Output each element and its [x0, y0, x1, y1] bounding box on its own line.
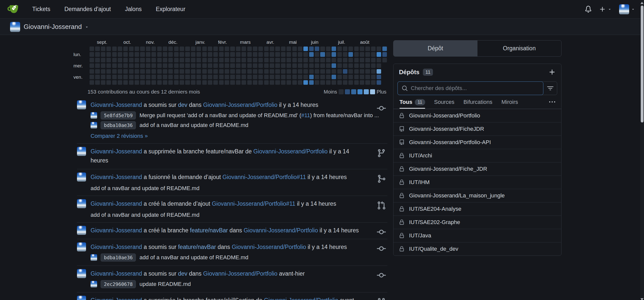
scrollbar-down-arrow[interactable]	[640, 298, 643, 300]
heatmap-cell	[106, 52, 111, 57]
scrollbar-up-arrow[interactable]	[640, 2, 643, 4]
heatmap-cell	[140, 47, 145, 51]
actor-avatar[interactable]	[77, 226, 86, 235]
user-link[interactable]: Giovanni-Josserand	[91, 227, 142, 234]
heatmap-cell	[157, 63, 162, 68]
user-link[interactable]: Giovanni-Josserand	[91, 148, 142, 155]
feed-text: update README.md	[139, 281, 191, 287]
repo-list-item[interactable]: IUT/Java	[393, 229, 561, 242]
repo-list-item[interactable]: Giovanni-Josserand/La_maison_jungle	[393, 189, 561, 202]
repo-list-item[interactable]: IUT/SAE204-Analyse	[393, 202, 561, 216]
heatmap-cell	[118, 63, 122, 68]
compare-revisions-link[interactable]: Comparer 2 révisions »	[91, 133, 148, 139]
repo-filter-button[interactable]	[543, 82, 557, 95]
filter-tab-sources[interactable]: Sources	[434, 96, 455, 109]
heatmap-cell	[95, 80, 100, 85]
commit-hash-link[interactable]: 5e8fd5e7b9	[101, 111, 136, 119]
repo-list-item[interactable]: Giovanni-Josserand/Portfolio	[393, 109, 561, 122]
heatmap-cell	[129, 63, 134, 68]
repo-list-item[interactable]: IUT/Archi	[393, 149, 561, 162]
actor-avatar[interactable]	[77, 100, 86, 109]
profile-avatar[interactable]	[10, 22, 20, 32]
feed-entry: Giovanni-Josserand a supprimée la branch…	[77, 144, 387, 169]
repo-link[interactable]: Giovanni-Josserand/Portfolio	[253, 148, 328, 155]
heatmap-cell	[270, 80, 274, 85]
page-scrollbar[interactable]	[640, 0, 644, 300]
repo-link[interactable]: Giovanni-Josserand/Portfolio	[203, 102, 277, 108]
heatmap-cell	[287, 69, 291, 74]
repo-link[interactable]: Giovanni-Josserand/Portfolio	[244, 227, 318, 234]
heatmap-cell	[123, 69, 128, 74]
nav-item-milestones[interactable]: Jalons	[125, 6, 142, 13]
heatmap-cell	[213, 69, 218, 74]
heatmap-cell	[253, 80, 257, 85]
heatmap-cell	[292, 47, 297, 51]
gitea-logo-icon[interactable]	[7, 3, 21, 16]
heatmap-cell	[303, 69, 308, 74]
heatmap-cell	[253, 52, 257, 57]
filter-tab-all[interactable]: Tous 11	[399, 96, 425, 109]
actor-avatar[interactable]	[77, 199, 86, 208]
heatmap-cell	[281, 58, 286, 62]
repo-list-item[interactable]: IUT/IHM	[393, 176, 561, 189]
actor-avatar[interactable]	[77, 296, 86, 300]
repo-list-item[interactable]: Giovanni-Josserand/FicheJDR	[393, 122, 561, 136]
repo-link[interactable]: Giovanni-Josserand/Portfolio	[232, 244, 306, 250]
user-link[interactable]: Giovanni-Josserand	[91, 270, 142, 277]
repo-link[interactable]: Giovanni-Josserand/Portfolio#11	[222, 174, 306, 180]
commit-hash-link[interactable]: 2ec2960678	[101, 280, 136, 288]
repo-list-item[interactable]: Giovanni-Josserand/Fiche_JDR	[393, 162, 561, 176]
heatmap-cell	[292, 75, 297, 79]
filter-tab-forks[interactable]: Bifurcations	[463, 96, 492, 109]
actor-avatar[interactable]	[77, 269, 86, 278]
heatmap-cell	[208, 69, 212, 74]
repo-link[interactable]: Giovanni-Josserand/Portfolio	[203, 270, 277, 277]
heatmap-cell	[168, 69, 173, 74]
user-link[interactable]: Giovanni-Josserand	[91, 102, 142, 108]
legend-square	[370, 89, 375, 94]
heatmap-cell	[377, 63, 381, 68]
actor-avatar[interactable]	[77, 147, 86, 156]
repo-list-item[interactable]: Giovanni-Josserand/Portfolio-API	[393, 136, 561, 149]
repo-link[interactable]: Giovanni-Josserand/Portfolio#11	[212, 200, 295, 207]
repo-search-input[interactable]	[411, 85, 539, 92]
heatmap-cell	[213, 47, 218, 51]
branch-link[interactable]: feature/navBar	[190, 227, 228, 234]
chevron-down-icon[interactable]	[85, 25, 89, 29]
new-repository-button[interactable]	[549, 69, 556, 76]
filter-tab-mirrors[interactable]: Miroirs	[501, 96, 518, 109]
heatmap-cell	[123, 52, 128, 57]
heatmap-cell	[360, 58, 364, 62]
user-menu-button[interactable]	[619, 4, 635, 14]
actor-avatar[interactable]	[77, 173, 86, 182]
user-link[interactable]: Giovanni-Josserand	[91, 200, 142, 207]
repo-list-item[interactable]: IUT/Qualite_de_dev	[393, 242, 561, 255]
feed-text: a supprimée la branche feature/navBar de	[142, 148, 253, 155]
tab-organisation[interactable]: Organisation	[477, 40, 561, 56]
issue-link[interactable]: #11	[301, 112, 310, 118]
repo-link[interactable]: Giovanni-Josserand/Portfolio	[264, 297, 338, 300]
nav-item-tickets[interactable]: Tickets	[32, 6, 50, 13]
commit-hash-link[interactable]: bdba10ae36	[101, 121, 136, 129]
tab-repository[interactable]: Dépôt	[393, 40, 477, 56]
create-new-button[interactable]	[599, 6, 612, 13]
nav-item-explore[interactable]: Explorateur	[156, 6, 185, 13]
repo-list-item[interactable]: IUT/SAE202-Graphe	[393, 216, 561, 229]
user-link[interactable]: Giovanni-Josserand	[91, 174, 142, 180]
heatmap-cell	[371, 69, 376, 74]
user-link[interactable]: Giovanni-Josserand	[91, 244, 142, 250]
chevron-down-icon	[631, 7, 635, 11]
notifications-bell-icon[interactable]	[585, 6, 592, 13]
branch-link[interactable]: dev	[178, 270, 187, 277]
scrollbar-thumb[interactable]	[641, 6, 643, 122]
filter-more-button[interactable]	[549, 99, 555, 105]
user-link[interactable]: Giovanni-Josserand	[91, 297, 142, 300]
branch-link[interactable]: feature/navBar	[178, 244, 216, 250]
repo-search-field[interactable]	[397, 81, 543, 95]
profile-name-dropdown[interactable]: Giovanni-Josserand	[24, 23, 82, 31]
commit-hash-link[interactable]: bdba10ae36	[101, 253, 136, 262]
actor-avatar[interactable]	[77, 242, 86, 251]
branch-link[interactable]: dev	[178, 102, 187, 108]
nav-item-pull-requests[interactable]: Demandes d'ajout	[64, 6, 111, 13]
feed-entry-type	[377, 104, 386, 113]
